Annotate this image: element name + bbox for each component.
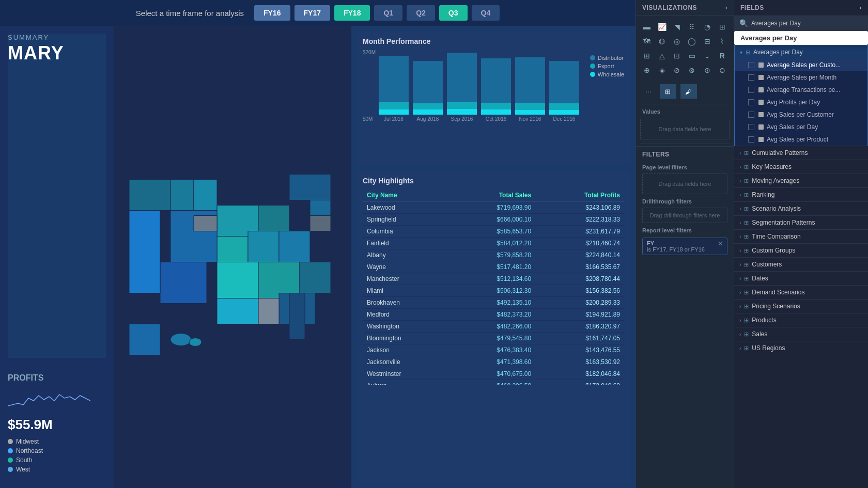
table-header-row: City Name Total Sales Total Profits (363, 189, 624, 202)
fy17-button[interactable]: FY17 (295, 5, 330, 21)
viz-icon-scatter[interactable]: ⠿ (685, 20, 699, 34)
checkbox-avg-sales-custo[interactable] (748, 62, 754, 68)
midwest-dot (8, 439, 13, 444)
table-row: Albany $579,858.20 $224,840.14 (363, 249, 624, 261)
table-row: Westminster $470,675.00 $182,046.84 (363, 368, 624, 380)
viz-icon-bar[interactable]: ▬ (640, 20, 654, 34)
legend-wholesale: Wholesale (590, 71, 624, 77)
fy16-button[interactable]: FY16 (254, 5, 290, 21)
viz-icon-custom1[interactable]: ⊕ (640, 64, 654, 77)
city-table-wrapper[interactable]: City Name Total Sales Total Profits Lake… (363, 189, 624, 385)
field-group-header-sales[interactable]: › ⊞ Sales (734, 327, 868, 341)
svg-marker-20 (129, 324, 160, 355)
field-group-header-segmentation[interactable]: › ⊞ Segmentation Patterns (734, 216, 868, 229)
checkbox-avg-sales-product[interactable] (748, 136, 754, 143)
city-profits: $222,318.33 (535, 214, 624, 226)
q3-button[interactable]: Q3 (439, 5, 468, 21)
field-group-header-scenario[interactable]: › ⊞ Scenario Analysis (734, 202, 868, 215)
viz-icon-custom6[interactable]: ⊜ (716, 64, 729, 77)
search-input[interactable] (751, 20, 863, 27)
checkbox-avg-transactions[interactable] (748, 87, 754, 93)
field-avg-transactions[interactable]: Average Transactions pe... (735, 84, 867, 96)
drillthrough-drop[interactable]: Drag drillthrough filters here (642, 208, 727, 223)
viz-icon-gauge[interactable]: ◎ (670, 35, 684, 48)
viz-icon-card[interactable]: ▭ (685, 49, 699, 62)
field-avg-sales-per-customer[interactable]: Avg Sales per Customer (735, 108, 867, 121)
viz-icon-custom5[interactable]: ⊛ (701, 64, 714, 77)
field-group-header-pricing[interactable]: › ⊞ Pricing Scenarios (734, 300, 868, 313)
page-filters-drop[interactable]: Drag data fields here (642, 174, 727, 194)
field-group-header-cumulative[interactable]: › ⊞ Cumulative Patterns (734, 146, 868, 160)
fy18-button[interactable]: FY18 (334, 5, 370, 21)
field-group-products: › ⊞ Products (734, 313, 868, 327)
checkbox-avg-profits[interactable] (748, 99, 754, 105)
field-group-header-key[interactable]: › ⊞ Key Measures (734, 160, 868, 174)
field-group-header-moving[interactable]: › ⊞ Moving Averages (734, 174, 868, 187)
field-avg-sales-per-day[interactable]: Avg Sales per Day (735, 121, 867, 133)
viz-icon-r[interactable]: R (716, 49, 729, 62)
field-name-avg-sales-product: Avg Sales per Product (767, 136, 828, 143)
viz-icon-map[interactable]: 🗺 (640, 35, 654, 48)
table-row: Jacksonville $471,398.60 $163,530.92 (363, 356, 624, 368)
field-group-header-customers[interactable]: › ⊞ Customers (734, 258, 868, 271)
us-map[interactable] (114, 26, 351, 488)
checkbox-avg-sales-day[interactable] (748, 124, 754, 130)
format-btn[interactable]: 🖌 (680, 84, 697, 99)
q1-button[interactable]: Q1 (374, 5, 402, 21)
q2-button[interactable]: Q2 (407, 5, 435, 21)
table-icon-averages: ⊞ (746, 49, 750, 56)
viz-icon-table[interactable]: ⊞ (716, 20, 729, 34)
viz-icon-treemap[interactable]: ⊟ (701, 35, 714, 48)
table-icon-demand: ⊞ (744, 289, 749, 296)
values-drop-zone[interactable]: Drag data fields here (640, 119, 730, 139)
viz-icon-ribbon[interactable]: ⌄ (701, 49, 714, 62)
field-group-header-custom[interactable]: › ⊞ Custom Groups (734, 244, 868, 257)
viz-icon-custom4[interactable]: ⊗ (685, 64, 699, 77)
field-group-header-time[interactable]: › ⊞ Time Comparison (734, 230, 868, 243)
field-avg-profits-per-day[interactable]: Avg Profits per Day (735, 96, 867, 108)
city-name: Wayne (363, 261, 449, 273)
ellipsis-btn[interactable]: ··· (641, 85, 656, 98)
q4-button[interactable]: Q4 (472, 5, 500, 21)
profits-label: PROFITS (8, 373, 106, 383)
field-name-avg-sales-day: Avg Sales per Day (767, 123, 818, 131)
viz-icon-slicer[interactable]: ⊡ (670, 49, 684, 62)
products-group-name: Products (752, 317, 863, 324)
viz-icon-matrix[interactable]: ⊞ (640, 49, 654, 62)
table-row: Springfield $666,000.10 $222,318.33 (363, 214, 624, 226)
field-group-time-comparison: › ⊞ Time Comparison (734, 230, 868, 244)
viz-icon-custom3[interactable]: ⊘ (670, 64, 684, 77)
field-group-header-averages[interactable]: ▾ ⊞ Averages per Day (735, 45, 867, 59)
checkbox-avg-sales-month[interactable] (748, 74, 754, 81)
field-group-header-dates[interactable]: › ⊞ Dates (734, 272, 868, 285)
fields-btn[interactable]: ⊞ (660, 84, 676, 99)
northeast-dot (8, 448, 13, 453)
field-group-header-us-regions[interactable]: › ⊞ US Regions (734, 341, 868, 355)
fields-chevron[interactable]: › (860, 4, 862, 11)
viz-icon-custom2[interactable]: ◈ (655, 64, 669, 77)
viz-icon-line[interactable]: 📈 (655, 20, 669, 34)
viz-icon-donut[interactable]: ◯ (685, 35, 699, 48)
viz-chevron[interactable]: › (725, 4, 728, 11)
viz-icon-kpi[interactable]: △ (655, 49, 669, 62)
field-avg-sales-per-custo[interactable]: Average Sales per Custo... (735, 59, 867, 71)
field-group-header-ranking[interactable]: › ⊞ Ranking (734, 188, 868, 201)
viz-icon-area[interactable]: ◥ (670, 20, 684, 34)
fields-search-bar[interactable]: 🔍 (734, 16, 868, 31)
svg-marker-19 (289, 293, 305, 340)
viz-icon-funnel[interactable]: ⏣ (655, 35, 669, 48)
viz-icon-pie[interactable]: ◔ (701, 20, 714, 34)
field-group-header-products[interactable]: › ⊞ Products (734, 313, 868, 327)
field-avg-sales-per-month[interactable]: Average Sales per Month (735, 71, 867, 84)
field-group-header-demand[interactable]: › ⊞ Demand Scenarios (734, 286, 868, 299)
filter-close-btn[interactable]: ✕ (718, 240, 723, 247)
city-sales: $482,266.00 (449, 321, 535, 333)
svg-marker-8 (217, 237, 248, 262)
filter-field: FY (647, 240, 705, 246)
viz-icon-waterfall[interactable]: ⌇ (716, 35, 729, 48)
svg-marker-11 (217, 298, 258, 324)
city-name: Westminster (363, 368, 449, 380)
checkbox-avg-sales-customer[interactable] (748, 112, 754, 118)
field-avg-sales-per-product[interactable]: Avg Sales per Product (735, 133, 867, 146)
field-group-moving-avg: › ⊞ Moving Averages (734, 174, 868, 188)
